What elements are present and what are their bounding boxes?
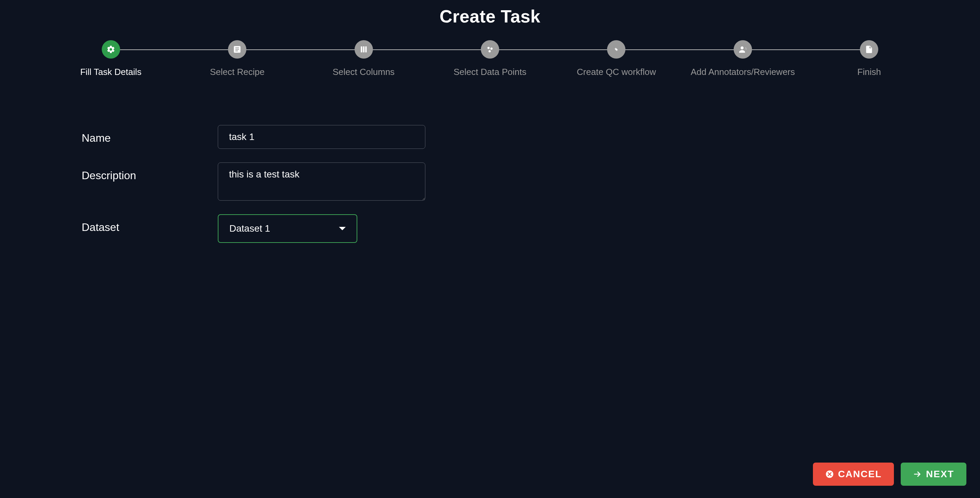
svg-point-2 <box>488 50 491 53</box>
people-icon <box>733 40 752 59</box>
step-label: Fill Task Details <box>80 67 142 77</box>
step-create-qc-workflow[interactable]: Create QC workflow <box>553 40 679 77</box>
chevron-down-icon <box>339 227 346 230</box>
svg-point-1 <box>490 48 493 50</box>
step-connector <box>743 49 869 50</box>
step-label: Create QC workflow <box>577 67 656 77</box>
next-button[interactable]: NEXT <box>901 463 966 486</box>
step-label: Finish <box>858 67 881 77</box>
columns-icon <box>355 40 373 59</box>
step-label: Select Recipe <box>210 67 264 77</box>
dataset-select[interactable]: Dataset 1 <box>218 214 357 243</box>
step-connector <box>111 49 237 50</box>
form-area: Name Description Dataset Dataset 1 <box>0 77 442 243</box>
step-select-recipe[interactable]: Select Recipe <box>174 40 300 77</box>
form-row-name: Name <box>82 125 442 149</box>
name-label: Name <box>82 125 218 144</box>
description-textarea[interactable] <box>218 163 425 201</box>
merge-icon <box>607 40 625 59</box>
dots-icon <box>481 40 499 59</box>
step-select-columns[interactable]: Select Columns <box>301 40 427 77</box>
step-connector <box>616 49 743 50</box>
stepper: Fill Task Details Select Recipe Select C… <box>0 30 980 77</box>
cancel-label: CANCEL <box>838 469 882 480</box>
page-title: Create Task <box>0 0 980 30</box>
step-label: Select Data Points <box>453 67 527 77</box>
description-label: Description <box>82 163 218 182</box>
svg-point-3 <box>740 46 743 49</box>
step-connector <box>490 49 616 50</box>
step-finish[interactable]: Finish <box>806 40 932 77</box>
footer-buttons: CANCEL NEXT <box>813 463 966 486</box>
cancel-icon <box>825 470 834 479</box>
step-connector <box>237 49 363 50</box>
step-label: Add Annotators/Reviewers <box>691 67 795 77</box>
dataset-label: Dataset <box>82 214 218 234</box>
step-label: Select Columns <box>333 67 395 77</box>
svg-point-0 <box>487 47 490 49</box>
gear-icon <box>102 40 120 59</box>
dataset-selected-value: Dataset 1 <box>229 223 270 234</box>
form-row-dataset: Dataset Dataset 1 <box>82 214 442 243</box>
cancel-button[interactable]: CANCEL <box>813 463 894 486</box>
name-input[interactable] <box>218 125 425 149</box>
step-select-data-points[interactable]: Select Data Points <box>427 40 553 77</box>
step-connector <box>364 49 490 50</box>
step-add-annotators[interactable]: Add Annotators/Reviewers <box>679 40 806 77</box>
form-row-description: Description <box>82 163 442 201</box>
file-icon <box>860 40 878 59</box>
arrow-right-icon <box>913 470 922 479</box>
next-label: NEXT <box>926 469 954 480</box>
recipe-icon <box>228 40 247 59</box>
step-fill-task-details[interactable]: Fill Task Details <box>48 40 174 77</box>
